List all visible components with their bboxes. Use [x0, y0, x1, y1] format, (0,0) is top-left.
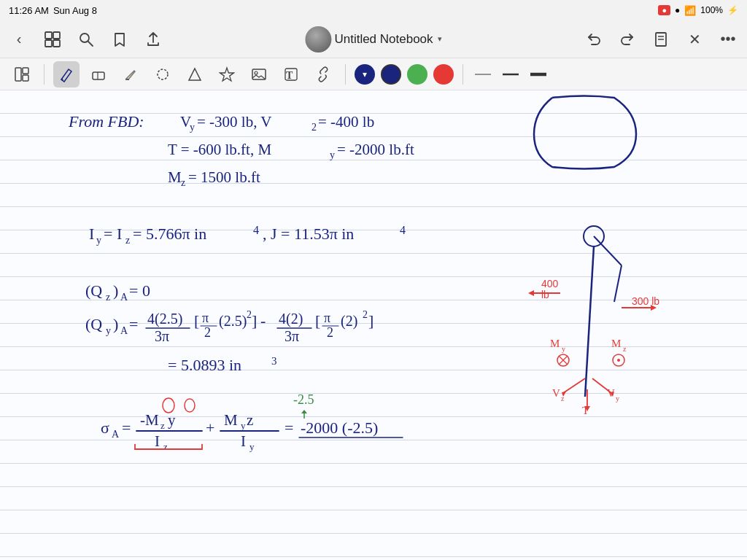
svg-text:): ) — [113, 315, 118, 333]
record-dot: ● — [662, 6, 667, 15]
svg-rect-9 — [15, 68, 21, 81]
svg-point-4 — [80, 34, 89, 42]
color-navy-swatch[interactable] — [381, 64, 401, 85]
svg-text:3: 3 — [271, 355, 277, 367]
svg-text:4(2.5): 4(2.5) — [147, 311, 182, 327]
bookmark-button[interactable] — [108, 28, 131, 51]
svg-text:3π: 3π — [285, 328, 299, 344]
svg-text:M: M — [611, 338, 621, 349]
svg-text:z: z — [106, 292, 110, 303]
back-button[interactable]: ‹ — [7, 28, 31, 51]
svg-text:]: ] — [252, 311, 257, 330]
svg-rect-10 — [23, 68, 28, 74]
svg-text:I: I — [241, 432, 246, 450]
page-button[interactable] — [649, 28, 673, 51]
svg-text:+: + — [206, 419, 214, 437]
svg-text:y: y — [330, 149, 335, 160]
svg-text:V: V — [552, 387, 560, 399]
svg-text:lb: lb — [541, 289, 549, 300]
share-button[interactable] — [142, 28, 165, 51]
image-tool[interactable] — [246, 61, 272, 88]
eraser-tool[interactable] — [85, 61, 112, 88]
close-button[interactable]: ✕ — [683, 28, 706, 51]
notebook-area[interactable]: From FBD: V y = -300 lb, V 2 = -400 lb T… — [0, 90, 747, 560]
avatar — [305, 26, 331, 52]
svg-text:y: y — [562, 345, 565, 353]
svg-line-100 — [585, 246, 594, 397]
shape-tool[interactable] — [182, 61, 208, 88]
line-mid-button[interactable] — [500, 67, 522, 82]
color-red-swatch[interactable] — [433, 64, 454, 85]
svg-text:z: z — [181, 177, 185, 188]
svg-text:I: I — [155, 432, 160, 450]
svg-text:π: π — [202, 311, 209, 325]
text-tool[interactable]: T — [278, 61, 304, 88]
svg-text:-2000 (-2.5): -2000 (-2.5) — [301, 419, 378, 437]
svg-text:T: T — [286, 70, 293, 81]
svg-text:-2.5: -2.5 — [293, 392, 314, 407]
svg-rect-0 — [45, 32, 52, 39]
svg-text:z: z — [247, 411, 253, 429]
toolbar-top: ‹ Untitled Noteb — [0, 20, 747, 58]
svg-text:M: M — [550, 338, 560, 349]
line-thin-button[interactable] — [472, 67, 494, 82]
undo-button[interactable] — [582, 28, 605, 51]
status-left: 11:26 AM Sun Aug 8 — [9, 5, 97, 16]
svg-text:z: z — [561, 394, 565, 402]
svg-text:[: [ — [194, 311, 199, 330]
svg-text:z: z — [163, 441, 168, 452]
svg-text:= -400 lb: = -400 lb — [318, 113, 374, 131]
pen-tool[interactable] — [53, 61, 80, 88]
title-dropdown-icon[interactable]: ▾ — [438, 34, 442, 44]
svg-text:y: y — [249, 441, 255, 452]
svg-rect-1 — [53, 32, 60, 39]
svg-text:300 lb: 300 lb — [632, 295, 659, 307]
svg-text:2: 2 — [311, 122, 317, 133]
toolbar-left: ‹ — [7, 28, 165, 51]
svg-text:= I: = I — [104, 225, 122, 243]
svg-line-124 — [563, 378, 585, 393]
layout-tool[interactable] — [9, 61, 35, 88]
svg-text:[: [ — [315, 311, 320, 330]
link-tool[interactable] — [310, 61, 336, 88]
svg-line-102 — [614, 265, 622, 302]
redo-button[interactable] — [616, 28, 639, 51]
status-bar: 11:26 AM Sun Aug 8 ● ● 📶 100% ⚡ — [0, 0, 747, 20]
svg-text:2: 2 — [327, 325, 333, 340]
wifi-icon: 📶 — [684, 5, 696, 16]
time-display: 11:26 AM — [9, 5, 49, 16]
star-tool[interactable] — [214, 61, 240, 88]
more-button[interactable]: ••• — [716, 28, 740, 51]
svg-point-95 — [163, 398, 174, 413]
svg-rect-2 — [45, 40, 52, 47]
separator-1 — [44, 64, 44, 85]
svg-text:y: y — [241, 420, 246, 431]
color-green-swatch[interactable] — [407, 64, 427, 85]
color-expand-button[interactable]: ▾ — [355, 64, 375, 85]
svg-text:(Q: (Q — [85, 281, 102, 300]
handwriting-svg: From FBD: V y = -300 lb, V 2 = -400 lb T… — [0, 90, 747, 560]
svg-text:4: 4 — [400, 224, 406, 236]
notebook-title[interactable]: Untitled Notebook — [334, 32, 433, 47]
search-button[interactable] — [74, 28, 98, 51]
highlighter-tool[interactable] — [117, 61, 144, 88]
svg-text:T = -600 lb.ft,  M: T = -600 lb.ft, M — [168, 141, 271, 158]
svg-text:2: 2 — [204, 325, 211, 340]
gallery-button[interactable] — [41, 28, 64, 51]
svg-line-126 — [592, 378, 611, 393]
svg-text:= -2000 lb.ft: = -2000 lb.ft — [337, 141, 414, 158]
svg-text:y: y — [616, 394, 619, 402]
svg-text:y: y — [96, 235, 101, 246]
svg-text:-: - — [260, 311, 266, 330]
svg-text:400: 400 — [541, 278, 559, 289]
toolbar-center: Untitled Notebook ▾ — [305, 26, 441, 52]
svg-line-101 — [594, 236, 622, 265]
svg-text:M: M — [168, 168, 182, 186]
svg-text:(2.5): (2.5) — [219, 313, 247, 330]
svg-text:=: = — [122, 419, 131, 437]
svg-text:,  J =  11.53π in: , J = 11.53π in — [263, 225, 354, 243]
svg-text:= 5.766π in: = 5.766π in — [133, 225, 206, 243]
line-thick-button[interactable] — [527, 67, 549, 82]
selection-tool[interactable] — [150, 61, 176, 88]
svg-point-15 — [158, 69, 168, 79]
